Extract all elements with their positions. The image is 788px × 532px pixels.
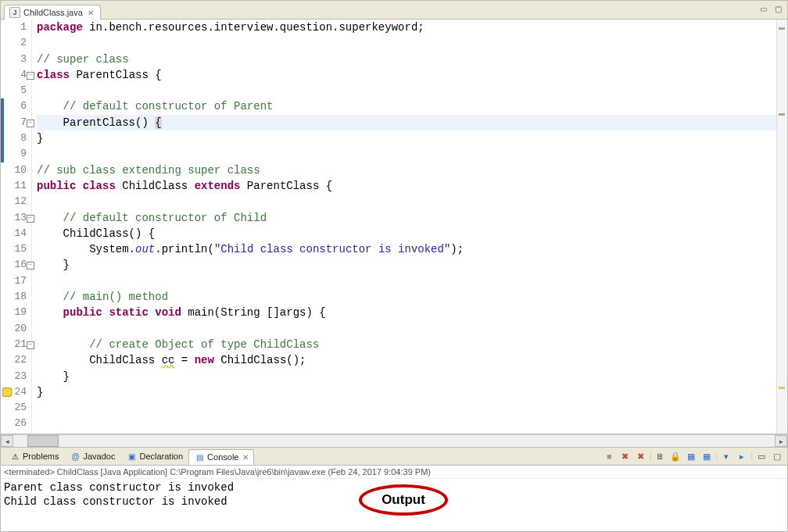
terminate-icon[interactable]: ■ bbox=[602, 449, 616, 463]
line-number: 1 bbox=[1, 20, 31, 35]
tab-label: Console bbox=[207, 452, 238, 462]
line-number: 12 bbox=[1, 194, 31, 209]
console-output[interactable]: Parent class constructor is invoked Chil… bbox=[1, 479, 787, 510]
editor-tab-bar: J ChildClass.java ✕ ▭ ▢ bbox=[1, 1, 787, 20]
maximize-icon[interactable]: ▢ bbox=[772, 3, 784, 14]
code-line[interactable] bbox=[37, 146, 776, 162]
code-line[interactable] bbox=[37, 194, 776, 209]
code-line[interactable]: public class ChildClass extends ParentCl… bbox=[37, 178, 776, 194]
console-status: <terminated> ChildClass [Java Applicatio… bbox=[1, 466, 787, 479]
tab-problems[interactable]: ⚠ Problems bbox=[4, 448, 64, 464]
line-number: 17 bbox=[1, 273, 31, 289]
code-line[interactable]: } bbox=[37, 384, 776, 400]
problems-icon: ⚠ bbox=[9, 451, 20, 462]
code-line[interactable]: } bbox=[37, 257, 776, 273]
javadoc-icon: @ bbox=[70, 451, 81, 462]
editor-tabbar-controls: ▭ ▢ bbox=[758, 3, 784, 14]
overview-ruler[interactable] bbox=[776, 20, 787, 434]
line-number-gutter: 1234567891011121314151617181920212223242… bbox=[1, 20, 32, 434]
console-view: <terminated> ChildClass [Java Applicatio… bbox=[1, 466, 787, 531]
remove-launch-icon[interactable]: ✖ bbox=[618, 449, 632, 463]
line-number: 6 bbox=[1, 98, 31, 114]
code-line[interactable] bbox=[37, 35, 776, 51]
editor-tab[interactable]: J ChildClass.java ✕ bbox=[4, 5, 101, 20]
line-number: 5 bbox=[1, 83, 31, 98]
line-number: 23 bbox=[1, 369, 31, 384]
tab-javadoc[interactable]: @ Javadoc bbox=[64, 448, 120, 464]
maximize-view-icon[interactable]: ▢ bbox=[770, 449, 784, 463]
close-icon[interactable]: ✕ bbox=[242, 453, 249, 462]
bottom-view-tabbar: ⚠ Problems @ Javadoc ▣ Declaration ▤ Con… bbox=[1, 447, 787, 466]
code-line[interactable]: public static void main(String []args) { bbox=[37, 305, 776, 320]
tab-declaration[interactable]: ▣ Declaration bbox=[120, 448, 188, 464]
line-number: 7 bbox=[1, 115, 31, 130]
code-line[interactable]: // main() method bbox=[37, 289, 776, 305]
minimize-view-icon[interactable]: ▭ bbox=[754, 449, 768, 463]
scroll-thumb[interactable] bbox=[27, 435, 59, 447]
line-number: 4 bbox=[1, 67, 31, 83]
close-icon[interactable]: ✕ bbox=[88, 9, 94, 17]
java-file-icon: J bbox=[9, 7, 20, 18]
tab-label: Javadoc bbox=[83, 452, 115, 461]
show-console-icon[interactable]: ▦ bbox=[684, 449, 698, 463]
remove-all-icon[interactable]: ✖ bbox=[633, 449, 647, 463]
code-line[interactable] bbox=[37, 321, 776, 337]
minimize-icon[interactable]: ▭ bbox=[758, 3, 769, 14]
line-number: 18 bbox=[1, 289, 31, 305]
line-number: 16 bbox=[1, 257, 31, 273]
code-editor[interactable]: 1234567891011121314151617181920212223242… bbox=[1, 20, 787, 434]
code-body[interactable]: package in.bench.resources.interview.que… bbox=[32, 20, 776, 434]
open-console-icon[interactable]: ▸ bbox=[735, 449, 749, 463]
line-number: 26 bbox=[1, 416, 31, 431]
code-line[interactable]: // sub class extending super class bbox=[37, 162, 776, 178]
display-selected-console-icon[interactable]: ▾ bbox=[719, 449, 733, 463]
scroll-left-button[interactable]: ◂ bbox=[1, 435, 13, 447]
code-line[interactable]: ChildClass cc = new ChildClass(); bbox=[37, 352, 776, 368]
horizontal-scrollbar[interactable]: ◂ ▸ bbox=[1, 434, 787, 447]
clear-console-icon[interactable]: 🗎 bbox=[653, 449, 667, 463]
line-number: 3 bbox=[1, 52, 31, 67]
line-number: 19 bbox=[1, 305, 31, 320]
code-line[interactable] bbox=[37, 273, 776, 289]
scroll-right-button[interactable]: ▸ bbox=[775, 435, 787, 447]
code-line[interactable]: } bbox=[37, 369, 776, 384]
code-line[interactable]: ParentClass() { bbox=[37, 115, 776, 130]
line-number: 24 bbox=[1, 384, 31, 400]
line-number: 20 bbox=[1, 321, 31, 337]
line-number: 10 bbox=[1, 162, 31, 178]
console-icon: ▤ bbox=[194, 452, 205, 462]
line-number: 2 bbox=[1, 35, 31, 51]
line-number: 21 bbox=[1, 337, 31, 352]
code-line[interactable]: } bbox=[37, 130, 776, 146]
tab-label: Problems bbox=[23, 452, 59, 461]
pin-console-icon[interactable]: ▦ bbox=[700, 449, 714, 463]
code-line[interactable]: // default constructor of Child bbox=[37, 210, 776, 226]
code-line[interactable]: package in.bench.resources.interview.que… bbox=[37, 20, 776, 35]
tab-console[interactable]: ▤ Console ✕ bbox=[188, 449, 254, 465]
line-number: 25 bbox=[1, 400, 31, 416]
scroll-lock-icon[interactable]: 🔒 bbox=[668, 449, 682, 463]
line-number: 14 bbox=[1, 226, 31, 241]
code-line[interactable]: class ParentClass { bbox=[37, 67, 776, 83]
console-toolbar: ■ ✖ ✖ | 🗎 🔒 ▦ ▦ | ▾ ▸ | ▭ ▢ bbox=[602, 449, 784, 463]
code-line[interactable]: System.out.println("Child class construc… bbox=[37, 241, 776, 257]
editor-tab-label: ChildClass.java bbox=[23, 8, 83, 17]
line-number: 15 bbox=[1, 241, 31, 257]
code-line[interactable]: ChildClass() { bbox=[37, 226, 776, 241]
code-line[interactable]: // super class bbox=[37, 52, 776, 67]
code-line[interactable] bbox=[37, 83, 776, 98]
tab-label: Declaration bbox=[139, 452, 183, 461]
line-number: 22 bbox=[1, 352, 31, 368]
line-number: 11 bbox=[1, 178, 31, 194]
line-number: 8 bbox=[1, 130, 31, 146]
line-number: 9 bbox=[1, 146, 31, 162]
line-number: 13 bbox=[1, 210, 31, 226]
declaration-icon: ▣ bbox=[126, 451, 137, 462]
code-line[interactable]: // create Object of type ChildClass bbox=[37, 337, 776, 352]
code-line[interactable]: // default constructor of Parent bbox=[37, 98, 776, 114]
